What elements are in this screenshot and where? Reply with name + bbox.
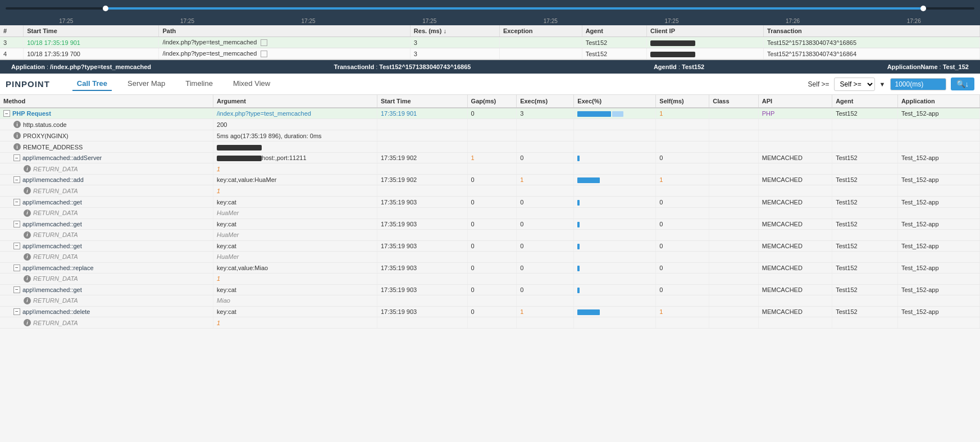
timeline-handle-left[interactable] <box>103 6 108 11</box>
expand-icon[interactable]: − <box>13 176 20 183</box>
cell-self-ms <box>656 142 709 153</box>
cell-start-time <box>377 229 468 240</box>
cell-start-time <box>377 207 468 218</box>
expand-icon[interactable]: − <box>13 265 20 271</box>
method-text: app\\memcached::delete <box>22 308 90 315</box>
cell-exec-pct <box>574 262 656 273</box>
time-label-3: 17:25 <box>302 18 316 24</box>
cell-agent: Test152 <box>832 240 898 251</box>
info-icon: i <box>24 165 31 172</box>
filter-self-select[interactable]: Self >= <box>834 78 875 91</box>
table-row[interactable]: 3 10/18 17:35:19 901 /index.php?type=tes… <box>0 37 980 48</box>
expand-icon[interactable]: − <box>13 308 20 315</box>
table-row[interactable]: 4 10/18 17:35:19 700 /index.php?type=tes… <box>0 48 980 60</box>
table-row[interactable]: −PHP Request/index.php?type=test_memcach… <box>0 108 980 119</box>
table-row[interactable]: −app\\memcached::getkey:cat17:35:19 9030… <box>0 197 980 207</box>
cell-start-time: 17:35:19 903 <box>377 197 468 207</box>
cell-exec-ms <box>517 317 574 329</box>
table-row[interactable]: iRETURN_DATA1 <box>0 317 980 329</box>
tab-mixed-view[interactable]: Mixed View <box>229 77 275 91</box>
cell-class <box>709 108 759 119</box>
cell-self-ms <box>656 207 709 218</box>
col-agent: Agent <box>832 95 898 108</box>
cell-api <box>758 317 832 329</box>
table-row[interactable]: −app\\memcached::addServerhost:,port:112… <box>0 153 980 163</box>
copy-icon[interactable] <box>261 51 267 57</box>
row-num: 4 <box>0 48 24 60</box>
table-row[interactable]: iRETURN_DATA1 <box>0 185 980 197</box>
table-row[interactable]: iRETURN_DATA1 <box>0 163 980 175</box>
table-row[interactable]: iRETURN_DATA1 <box>0 273 980 284</box>
table-row[interactable]: ihttp.status.code200 <box>0 119 980 130</box>
expand-icon[interactable]: − <box>13 243 20 249</box>
method-text: RETURN_DATA <box>33 253 78 260</box>
cell-exec-ms: 0 <box>517 262 574 273</box>
expand-icon[interactable]: − <box>13 199 20 206</box>
cell-start-time: 17:35:19 903 <box>377 262 468 273</box>
cell-method: iRETURN_DATA <box>0 185 213 197</box>
cell-self-ms <box>656 185 709 197</box>
table-row[interactable]: −app\\memcached::deletekey:cat17:35:19 9… <box>0 306 980 317</box>
cell-api: MEMCACHED <box>758 197 832 207</box>
cell-gap <box>467 273 517 284</box>
cell-class <box>709 175 759 185</box>
cell-agent: Test152 <box>832 197 898 207</box>
row-agent: Test152 <box>582 48 646 60</box>
col-res: Res. (ms) ↓ <box>410 25 499 37</box>
col-api: API <box>758 95 832 108</box>
tab-call-tree[interactable]: Call Tree <box>72 77 112 91</box>
cell-exec-ms <box>517 119 574 130</box>
table-row[interactable]: iRETURN_DATAHuaMer <box>0 229 980 240</box>
info-icon: i <box>24 253 31 261</box>
cell-api <box>758 163 832 175</box>
cell-argument: 1 <box>213 185 377 197</box>
time-label-8: 17:26 <box>907 18 921 24</box>
transaction-label: TransactionId <box>334 63 375 70</box>
table-row[interactable]: iRETURN_DATAHuaMer <box>0 207 980 218</box>
cell-api <box>758 251 832 262</box>
expand-icon[interactable]: − <box>13 221 20 227</box>
table-row[interactable]: iRETURN_DATAHuaMer <box>0 251 980 262</box>
cell-method: −app\\memcached::delete <box>0 306 213 317</box>
table-row[interactable]: −app\\memcached::getkey:cat17:35:19 9030… <box>0 284 980 295</box>
cell-exec-pct <box>574 130 656 142</box>
cell-application: Test_152-app <box>897 218 979 229</box>
cell-argument: key:cat,value:HuaMer <box>213 175 377 185</box>
timeline-track[interactable] <box>6 7 974 10</box>
table-row[interactable]: −app\\memcached::replacekey:cat,value:Mi… <box>0 262 980 273</box>
search-button[interactable]: 🔍↓ <box>951 78 975 90</box>
cell-agent: Test152 <box>832 153 898 163</box>
cell-method: iRETURN_DATA <box>0 273 213 284</box>
method-text: PROXY(NGINX) <box>23 133 69 139</box>
table-row[interactable]: −app\\memcached::addkey:cat,value:HuaMer… <box>0 175 980 185</box>
info-icon: i <box>13 143 21 151</box>
table-row[interactable]: −app\\memcached::getkey:cat17:35:19 9030… <box>0 218 980 229</box>
row-start-time: 10/18 17:35:19 901 <box>24 37 159 48</box>
cell-self-ms: 0 <box>656 218 709 229</box>
row-agent: Test152 <box>582 37 646 48</box>
cell-exec-pct <box>574 108 656 119</box>
table-row[interactable]: iPROXY(NGINX)5ms ago(17:35:19 896), dura… <box>0 130 980 142</box>
tab-timeline[interactable]: Timeline <box>181 77 217 91</box>
timeline-handle-right[interactable] <box>920 6 926 11</box>
col-class: Class <box>709 95 759 108</box>
table-row[interactable]: iRETURN_DATAMiao <box>0 295 980 306</box>
table-row[interactable]: iREMOTE_ADDRESS <box>0 142 980 153</box>
col-agent: Agent <box>582 25 646 37</box>
expand-icon[interactable]: − <box>3 110 10 117</box>
cell-agent <box>832 251 898 262</box>
time-label-6: 17:25 <box>664 18 678 24</box>
cell-start-time: 17:35:19 903 <box>377 284 468 295</box>
col-transaction: Transaction <box>764 25 980 37</box>
table-row[interactable]: −app\\memcached::getkey:cat17:35:19 9030… <box>0 240 980 251</box>
cell-api <box>758 295 832 306</box>
copy-icon[interactable] <box>261 39 267 46</box>
cell-method: −app\\memcached::get <box>0 284 213 295</box>
method-text: app\\memcached::get <box>22 199 82 206</box>
cell-agent <box>832 229 898 240</box>
tab-server-map[interactable]: Server Map <box>123 77 170 91</box>
filter-threshold-input[interactable] <box>890 78 946 90</box>
expand-icon[interactable]: − <box>13 286 20 293</box>
cell-api <box>758 185 832 197</box>
expand-icon[interactable]: − <box>13 154 20 161</box>
